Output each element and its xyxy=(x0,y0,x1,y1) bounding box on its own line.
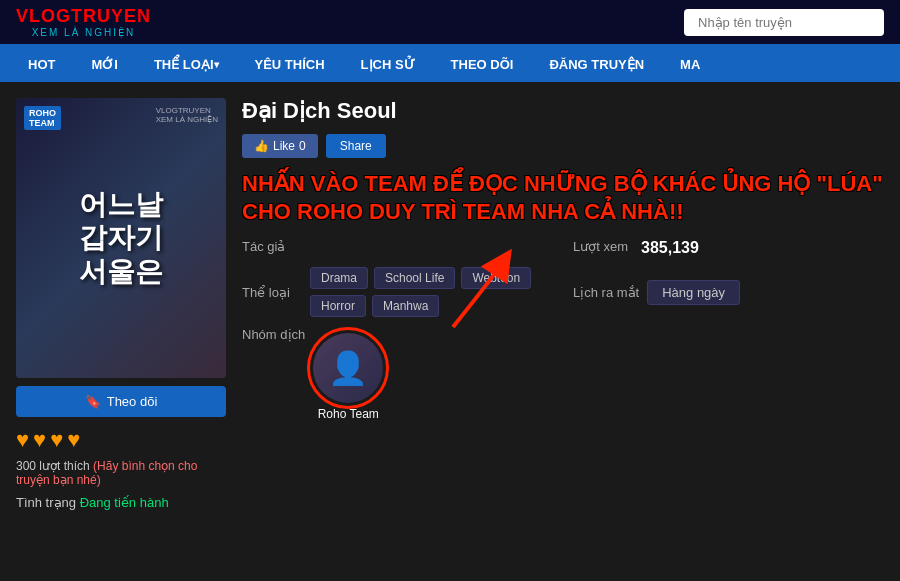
nav-ma[interactable]: MA xyxy=(662,46,718,82)
nav-hot[interactable]: HOT xyxy=(10,46,73,82)
main-nav: HOT MỚI THỂ LOẠI YÊU THÍCH LỊCH SỬ THEO … xyxy=(0,46,900,82)
tag-manhwa[interactable]: Manhwa xyxy=(372,295,439,317)
cover-team-label: ROHOTEAM xyxy=(24,106,61,130)
main-content: ROHOTEAM VLOGTRUYENXEM LÀ NGHIỆN 어느날갑자기서… xyxy=(0,82,900,526)
tag-horror[interactable]: Horror xyxy=(310,295,366,317)
team-avatar-wrapper: 👤 xyxy=(313,333,383,403)
group-row: Nhóm dịch 👤 Roho Team xyxy=(242,327,553,421)
stars-row: ♥ ♥ ♥ ♥ xyxy=(16,427,226,453)
follow-button[interactable]: 🔖 Theo dõi xyxy=(16,386,226,417)
team-arrow-container: 👤 Roho Team xyxy=(313,327,383,421)
star-4: ♥ xyxy=(67,427,80,453)
red-arrow-indicator xyxy=(433,247,523,337)
group-label: Nhóm dịch xyxy=(242,327,305,342)
schedule-row: Lịch ra mắt Hàng ngày xyxy=(573,267,884,317)
action-row: 👍 Like 0 Share xyxy=(242,134,884,158)
logo-bottom: XEM LÀ NGHIỆN xyxy=(32,27,136,38)
team-container[interactable]: 👤 Roho Team xyxy=(313,333,383,421)
manga-cover: ROHOTEAM VLOGTRUYENXEM LÀ NGHIỆN 어느날갑자기서… xyxy=(16,98,226,378)
like-count: 0 xyxy=(299,139,306,153)
cover-watermark: VLOGTRUYENXEM LÀ NGHIỆN xyxy=(156,106,218,124)
nav-moi[interactable]: MỚI xyxy=(73,46,135,82)
right-panel: Đại Dịch Seoul 👍 Like 0 Share NHẤN VÀO T… xyxy=(242,98,884,510)
nav-lich-su[interactable]: LỊCH SỬ xyxy=(343,46,433,82)
thumbs-up-icon: 👍 xyxy=(254,139,269,153)
follow-label: Theo dõi xyxy=(107,394,158,409)
announcement-text: NHẤN VÀO TEAM ĐỂ ĐỌC NHỮNG BỘ KHÁC ỦNG H… xyxy=(242,170,884,225)
genre-label: Thể loại xyxy=(242,285,302,300)
cover-text: 어느날갑자기서울은 xyxy=(79,188,163,289)
status-label: Tình trạng xyxy=(16,495,76,510)
site-logo[interactable]: VLOGTRUYEN XEM LÀ NGHIỆN xyxy=(16,6,151,38)
logo-top: VLOGTRUYEN xyxy=(16,6,151,27)
star-1: ♥ xyxy=(16,427,29,453)
info-grid: Tác giả Lượt xem 385,139 Thể loại Drama … xyxy=(242,239,884,421)
likes-text: 300 lượt thích (Hãy bình chọn cho truyện… xyxy=(16,459,226,487)
nav-theo-doi[interactable]: THEO DÕI xyxy=(433,46,532,82)
schedule-button[interactable]: Hàng ngày xyxy=(647,280,740,305)
nav-the-loai[interactable]: THỂ LOẠI xyxy=(136,46,237,82)
likes-count: 300 lượt thích xyxy=(16,459,90,473)
share-button[interactable]: Share xyxy=(326,134,386,158)
views-value: 385,139 xyxy=(641,239,699,257)
nav-yeu-thich[interactable]: YÊU THÍCH xyxy=(237,46,343,82)
search-input[interactable] xyxy=(684,9,884,36)
views-row: Lượt xem 385,139 xyxy=(573,239,884,257)
status-row: Tình trạng Đang tiến hành xyxy=(16,495,226,510)
views-label: Lượt xem xyxy=(573,239,633,254)
like-button[interactable]: 👍 Like 0 xyxy=(242,134,318,158)
nav-dang-truyen[interactable]: ĐĂNG TRUYỆN xyxy=(531,46,662,82)
tag-drama[interactable]: Drama xyxy=(310,267,368,289)
bookmark-icon: 🔖 xyxy=(85,394,101,409)
like-label: Like xyxy=(273,139,295,153)
header: VLOGTRUYEN XEM LÀ NGHIỆN xyxy=(0,0,900,46)
star-3: ♥ xyxy=(50,427,63,453)
schedule-label: Lịch ra mắt xyxy=(573,285,639,300)
manga-title: Đại Dịch Seoul xyxy=(242,98,884,124)
star-2: ♥ xyxy=(33,427,46,453)
status-value: Đang tiến hành xyxy=(80,495,169,510)
team-circle-highlight xyxy=(307,327,389,409)
author-label: Tác giả xyxy=(242,239,302,254)
left-panel: ROHOTEAM VLOGTRUYENXEM LÀ NGHIỆN 어느날갑자기서… xyxy=(16,98,226,510)
team-name: Roho Team xyxy=(318,407,379,421)
